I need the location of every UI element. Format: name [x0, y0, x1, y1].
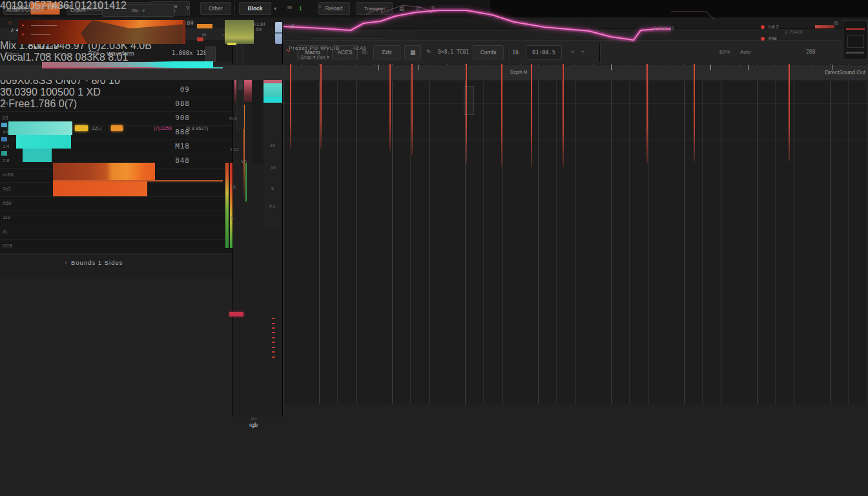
toolbar-divider-1	[508, 43, 508, 62]
undo-icon[interactable]: ↺	[289, 23, 294, 30]
sixteen-label: 16	[512, 49, 519, 56]
text-cursor: |	[52, 3, 53, 10]
footer-rest-value: 9( 8 8627)	[186, 125, 208, 131]
olive-meter-block	[225, 20, 254, 44]
timeline-grid[interactable]	[283, 81, 868, 404]
track-clip-slate-orange[interactable]	[283, 169, 868, 211]
gutter-green-meterline	[245, 163, 247, 202]
module-red-line	[846, 28, 865, 30]
gutter-value-2: 10	[271, 165, 276, 170]
thumb-line-2	[31, 34, 50, 35]
chip-label: m	[202, 32, 206, 37]
pencil-icon[interactable]: ✎	[426, 48, 431, 55]
cyan-bar-1[interactable]	[8, 121, 72, 135]
gutter-label-3: 16	[231, 185, 236, 189]
gutter-value-4: P.1	[269, 204, 276, 209]
yellow-meter-tab	[227, 43, 236, 45]
orange-bar-1[interactable]	[53, 163, 155, 180]
ruler-depth-label: Depth M	[510, 70, 527, 74]
cyan-bar-2[interactable]	[16, 135, 71, 149]
gutter-label-1: f0.3	[229, 116, 237, 121]
heatmap-thumbnail[interactable]: ▸ ▸	[18, 20, 183, 44]
analyzer-row[interactable]: 3)	[0, 225, 232, 240]
daw-application-window: ⌐ Tools ≋ ⠿ Edit ⟳ View Window Audio ? O…	[0, 0, 868, 496]
gradient-meter-hot-zone	[149, 61, 213, 68]
monitor-cell-name: Vocal	[0, 52, 25, 63]
orange-chip[interactable]	[197, 24, 212, 28]
level-meter-right	[230, 163, 232, 248]
back-icon[interactable]: «	[571, 48, 574, 55]
analyzer-row[interactable]: X60	[0, 196, 232, 211]
level-slider-notch	[275, 32, 282, 34]
menu-icon[interactable]: ≡	[318, 4, 322, 10]
monitor-cell-duration: 3K8 8.01	[87, 52, 128, 63]
snap-pan-controls[interactable]: Snap ▾ Pan ▾	[300, 54, 329, 60]
waveform-svg	[283, 0, 868, 43]
analyzer-row[interactable]: 110	[0, 211, 232, 225]
gutter-cyan-strip	[264, 97, 283, 103]
monitor-cell-stereo: 0.0390 100	[6, 87, 57, 98]
level-slider[interactable]	[275, 22, 282, 44]
grid-selection-box[interactable]	[464, 86, 474, 115]
faint-readout: 2.78418	[785, 30, 802, 35]
monitor-cell-name: 2 Free	[0, 98, 30, 109]
track-clip-dim-slate[interactable]	[283, 212, 868, 232]
play-marker-icon-2: ▸	[22, 32, 25, 37]
time-display[interactable]: 01:04.5	[526, 45, 562, 59]
module-bottom-strip	[846, 52, 864, 54]
knob-readout: 1.318.18	[654, 26, 674, 31]
gutter-x-label: 11x	[251, 417, 256, 420]
gutter-red-slider[interactable]	[229, 312, 243, 316]
knob-2[interactable]	[0, 10, 8, 18]
gutter-value-column: 49 10 8 P.1	[264, 103, 283, 229]
edit-button[interactable]: Edit	[373, 45, 400, 59]
output-device-label[interactable]: DirectSound Out	[825, 69, 865, 76]
two-hundred-label: 200	[806, 49, 815, 55]
gutter-teal-block	[264, 83, 283, 97]
gutter-value-1: 49	[270, 143, 275, 148]
loop-icon[interactable]: ∩	[8, 19, 12, 26]
gutter-label-2: 1:12	[230, 147, 239, 152]
combi-button[interactable]: Combi	[473, 45, 504, 59]
play-marker-icon: ▸	[22, 23, 25, 28]
analyzer-footer: × Bounds 1 Sides	[0, 254, 232, 277]
grid-hline-1	[283, 103, 868, 104]
heatmap-mountain-silhouette	[18, 20, 183, 44]
analyzer-row-label: CC8	[3, 243, 12, 249]
analyzer-row-value: 848	[154, 156, 190, 165]
analyzer-row-label: 3)	[3, 229, 7, 234]
grid-mode-button[interactable]: ▦	[404, 45, 421, 59]
thumb-line-1	[31, 25, 57, 26]
analyzer-row-label: 110	[3, 214, 10, 220]
gain-readout: +2.43	[353, 45, 366, 51]
tiny-icons[interactable]: ▪▪	[581, 49, 584, 54]
monitor-table-row[interactable]: 30.0390 100500 1 XD	[0, 87, 244, 98]
monitor-cell-duration: 500 1 XD	[57, 87, 101, 98]
auto-label[interactable]: Auto	[740, 49, 750, 55]
preset-label[interactable]: Preset PO WVLIB	[289, 45, 340, 51]
status-led-1	[761, 25, 765, 29]
thumbnail-caption[interactable]: Cascade	[28, 44, 58, 50]
analyzer-row-label: 7e3	[3, 186, 11, 192]
level-meter-left	[225, 163, 229, 248]
monitor-table-row[interactable]: 2 Free1.786 0(7)	[0, 98, 244, 110]
analyzer-row[interactable]: CC8	[0, 239, 232, 254]
led-label-1: Ldt 2	[769, 25, 779, 29]
heatmap-end-cap	[183, 20, 185, 44]
module-inner-rect	[847, 35, 864, 48]
analyzer-footer-label[interactable]: Bounds 1 Sides	[71, 259, 123, 266]
red-chip[interactable]	[197, 37, 203, 41]
output-module[interactable]	[843, 20, 868, 60]
footer-swatch-yellow[interactable]	[75, 125, 88, 131]
monitor-cell-name: 3	[0, 87, 6, 98]
analyzer-row-value: M18	[154, 142, 190, 150]
rgb-label[interactable]: rgb	[249, 422, 258, 428]
led-label-2: PA8	[769, 36, 777, 41]
orange-bar-2[interactable]	[53, 181, 147, 196]
analyzer-row-label: 1:4	[3, 143, 9, 149]
monitor-row-list: Mix 1.8001.948.97 (0)2.03K 4.0BVocal1.70…	[0, 40, 244, 124]
gutter-red-tick-column	[272, 318, 275, 360]
ten-secs-label[interactable]: 10 secs	[9, 5, 27, 10]
cyan-bar-3[interactable]	[23, 149, 52, 162]
footer-swatch-orange[interactable]	[111, 125, 123, 131]
